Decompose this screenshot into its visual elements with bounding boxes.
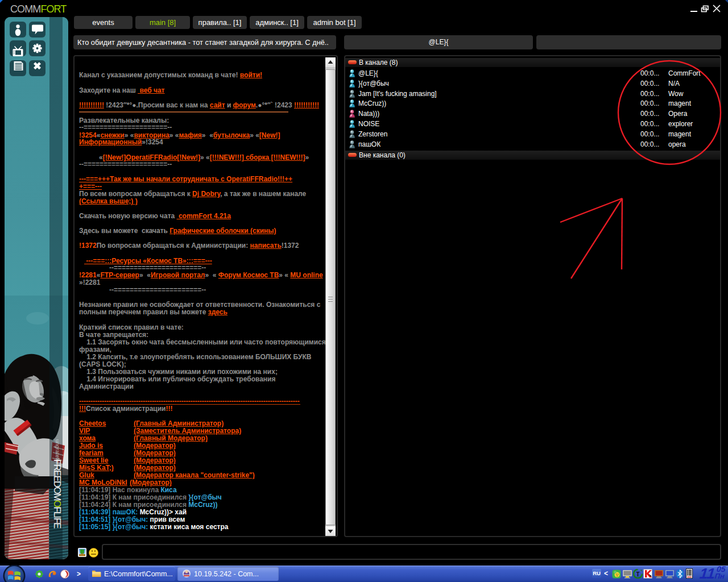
svg-text:T: T xyxy=(636,571,640,577)
